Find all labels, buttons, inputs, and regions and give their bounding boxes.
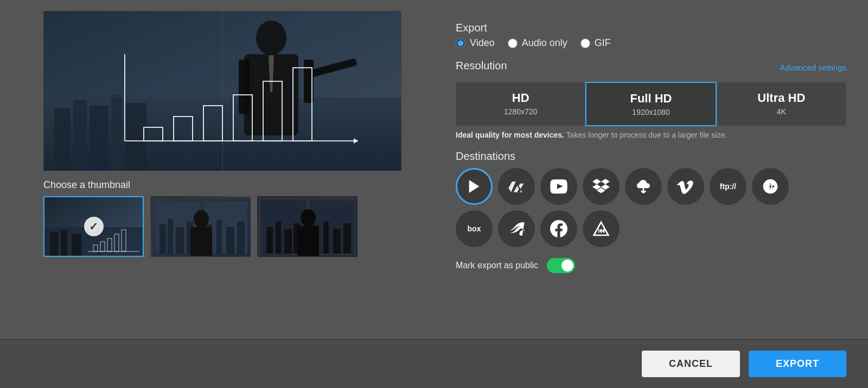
dest-vimeo-icon[interactable] xyxy=(667,168,704,205)
svg-rect-4 xyxy=(90,106,108,171)
svg-rect-5 xyxy=(111,95,122,171)
resolution-note-bold: Ideal quality for most devices. xyxy=(456,131,564,139)
dest-facebook-icon[interactable] xyxy=(540,210,577,247)
bottom-bar: CANCEL EXPORT xyxy=(0,339,868,388)
export-type-video[interactable]: Video xyxy=(456,37,495,49)
advanced-settings-link[interactable]: Advanced settings xyxy=(780,63,846,72)
svg-rect-63 xyxy=(276,222,281,254)
svg-point-70 xyxy=(301,209,316,227)
export-type-video-label: Video xyxy=(470,37,495,49)
right-panel: Export Video Audio only GIF Resolution xyxy=(434,11,868,328)
svg-rect-2 xyxy=(54,108,71,171)
export-section: Export Video Audio only GIF xyxy=(456,22,846,49)
dest-ftp-icon[interactable]: ftp:// xyxy=(710,168,746,205)
resolution-uhd-dims: 4K xyxy=(777,107,786,116)
svg-text:d: d xyxy=(768,182,774,191)
svg-rect-64 xyxy=(284,229,292,254)
thumbnail-section-label: Choose a thumbnail xyxy=(43,179,412,191)
resolution-uhd[interactable]: Ultra HD 4K xyxy=(717,82,846,126)
svg-point-53 xyxy=(194,210,209,228)
destinations-title: Destinations xyxy=(456,150,846,163)
resolution-hd[interactable]: HD 1280x720 xyxy=(456,82,585,126)
resolution-fullhd-dims: 1920x1080 xyxy=(632,108,669,117)
svg-rect-67 xyxy=(323,222,329,254)
export-type-audio-label: Audio only xyxy=(522,37,567,49)
mark-public-label: Mark export as public xyxy=(456,261,538,270)
resolution-title: Resolution xyxy=(456,60,507,72)
resolution-fullhd[interactable]: Full HD 1920x1080 xyxy=(585,82,716,126)
export-type-row: Video Audio only GIF xyxy=(456,37,846,49)
dest-cloud-icon[interactable] xyxy=(625,168,662,205)
mark-public-toggle[interactable] xyxy=(547,258,575,273)
svg-rect-50 xyxy=(216,220,222,254)
dest-ftp-label: ftp:// xyxy=(720,182,736,191)
svg-rect-45 xyxy=(159,224,166,254)
svg-point-12 xyxy=(256,21,286,55)
svg-rect-14 xyxy=(239,60,250,114)
export-title: Export xyxy=(456,22,846,34)
resolution-section: Resolution Advanced settings HD 1280x720… xyxy=(456,60,846,139)
thumbnails-row xyxy=(43,196,412,257)
resolution-hd-name: HD xyxy=(512,91,529,105)
export-type-gif[interactable]: GIF xyxy=(580,37,611,49)
dest-box-icon[interactable]: box xyxy=(456,210,493,247)
destinations-row-1: ftp:// d xyxy=(456,168,846,205)
svg-rect-30 xyxy=(61,230,67,257)
dest-sendspace-icon[interactable] xyxy=(498,210,535,247)
resolution-hd-dims: 1280x720 xyxy=(504,107,538,116)
svg-rect-62 xyxy=(266,227,273,254)
thumbnail-item-3[interactable] xyxy=(257,196,358,257)
toggle-knob xyxy=(561,260,573,271)
svg-rect-71 xyxy=(297,226,319,257)
svg-rect-46 xyxy=(168,219,173,254)
destinations-section: Destinations xyxy=(456,150,846,247)
dest-rewind-icon[interactable]: ⏮ xyxy=(583,210,620,247)
export-button[interactable]: EXPORT xyxy=(749,351,846,377)
dest-youtube-icon[interactable] xyxy=(540,168,577,205)
resolution-uhd-name: Ultra HD xyxy=(757,91,805,105)
cancel-button[interactable]: CANCEL xyxy=(642,351,740,377)
destinations-grid: ftp:// d box xyxy=(456,168,846,247)
dest-dailymotion-icon[interactable]: d xyxy=(752,168,789,205)
thumbnail-item-1[interactable] xyxy=(43,196,144,257)
svg-marker-72 xyxy=(469,180,480,193)
mark-public-row: Mark export as public xyxy=(456,258,846,273)
svg-rect-29 xyxy=(50,232,58,257)
export-type-gif-label: GIF xyxy=(595,37,611,49)
svg-rect-51 xyxy=(226,227,234,254)
dest-dropbox-icon[interactable] xyxy=(583,168,620,205)
dest-direct-icon[interactable] xyxy=(456,168,493,205)
thumbnail-section: Choose a thumbnail xyxy=(43,179,412,257)
video-preview xyxy=(43,11,401,171)
dest-drive-icon[interactable] xyxy=(498,168,535,205)
svg-rect-52 xyxy=(237,222,245,254)
svg-rect-68 xyxy=(333,229,341,254)
dest-box-label: box xyxy=(468,224,481,233)
svg-text:⏮: ⏮ xyxy=(598,227,605,235)
export-type-audio[interactable]: Audio only xyxy=(508,37,567,49)
svg-rect-54 xyxy=(190,227,212,257)
destinations-row-2: box xyxy=(456,210,846,247)
resolution-note-text: Takes longer to process due to a larger … xyxy=(566,131,727,139)
svg-rect-69 xyxy=(343,223,351,254)
svg-rect-31 xyxy=(72,234,81,257)
left-panel: Choose a thumbnail xyxy=(43,11,412,328)
resolution-fullhd-name: Full HD xyxy=(630,92,672,106)
svg-rect-47 xyxy=(176,227,184,254)
thumbnail-selected-check xyxy=(84,217,104,236)
thumbnail-item-2[interactable] xyxy=(150,196,251,257)
resolution-note: Ideal quality for most devices. Takes lo… xyxy=(456,131,846,139)
resolution-options: HD 1280x720 Full HD 1920x1080 Ultra HD 4… xyxy=(456,82,846,126)
svg-rect-3 xyxy=(73,100,87,171)
